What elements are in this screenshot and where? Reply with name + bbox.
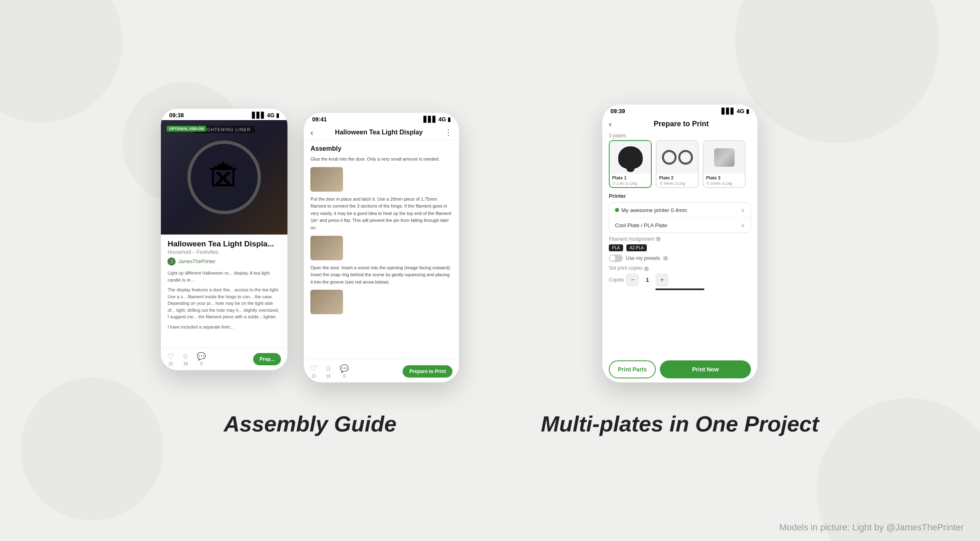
clock-frame: 🏚 [187,141,261,214]
back-arrow-icon-3[interactable]: ‹ [609,119,612,129]
time-3: 09:39 [610,108,625,114]
copies-sublabel: Copies [609,277,624,283]
print-parts-button[interactable]: Print Parts [609,360,656,378]
ring-2 [678,150,693,165]
use-presets-label: Use my presets [626,255,660,261]
plates-label: 3 plates [602,131,757,140]
status-bar-3: 09:39 ▋▋▋ 4G ▮ [602,105,757,116]
assembly-step1: Glue the knob into the door. Only a very… [310,156,452,163]
action-group: ♡ 21 ☆ 16 💬 0 [167,352,206,366]
printer-section-label: Printer [609,193,751,199]
filament-tags-row: PLA A2-PLA [609,244,751,251]
network-2: 4G [439,116,446,123]
star-icon: ☆ [182,352,189,361]
assembly-step2: Put the door in place and latch it. Use … [310,196,452,232]
plate-name-1: Plate 1 [612,175,648,180]
plate-card-3[interactable]: Plate 3 ⏱ 32min ⚖ 19g [703,140,746,188]
plate-card-1[interactable]: Plate 1 ⏱ 2.6h ⚖ 130g [609,140,652,188]
plate-thumbnail-3 [704,141,745,174]
back-arrow-icon[interactable]: ‹ [310,128,313,137]
home-indicator-3 [655,288,704,290]
heart-icon-2: ♡ [310,364,317,373]
status-icons-1: ▋▋▋ 4G ▮ [252,112,280,118]
copies-info-icon: ? [644,266,649,271]
printer-section: Printer My awesome printer 0.4mm ∨ [602,193,757,233]
sections-container: 09:38 ▋▋▋ 4G ▮ BRIGHTENING LINER [161,105,819,436]
product-image: BRIGHTENING LINER 🏚 OPTIONAL ADD-ON [161,120,287,235]
plate-type-item[interactable]: Cool Plate / PLA Plate ∨ [609,218,751,232]
author-row: J JamesThePrinter [167,257,281,266]
filament-section: Filament Assignment ? PLA A2-PLA Use my … [602,236,757,262]
product-description-2: The display features a door tha... acces… [167,286,281,320]
plate-thumbnail-2 [657,141,698,174]
printer-name-display: My awesome printer 0.4mm [615,207,687,213]
battery-icon-3: ▮ [746,108,749,114]
product-description: Light up different Halloween sc... displ… [167,270,281,283]
assembly-guide-section: 09:38 ▋▋▋ 4G ▮ BRIGHTENING LINER [161,109,459,436]
comment-icon-2: 💬 [340,364,349,373]
plate-thumbnail-1 [610,141,651,174]
battery-icon-1: ▮ [276,112,279,118]
comment-action-2[interactable]: 💬 0 [340,364,349,378]
signal-icon-3: ▋▋▋ [722,108,735,114]
time-1: 09:38 [169,112,184,118]
blob-decoration-br [817,398,980,541]
printer-dropdown: My awesome printer 0.4mm ∨ Cool Plate / … [609,202,751,233]
plate-time-3: ⏱ 32min [706,181,721,186]
image-placeholder-2 [310,236,343,260]
filament-tag-pla: PLA [609,244,623,251]
copies-decrease-button[interactable]: − [626,274,639,286]
status-bar-2: 09:41 ▋▋▋ 4G ▮ [304,113,459,124]
plate-stats-3: ⏱ 32min ⚖ 19g [706,181,742,186]
blob-decoration-tl [0,0,122,123]
phone2-header: ‹ Halloween Tea Light Display ⋮ [304,124,459,140]
info-icon: ? [656,237,661,241]
print-now-button[interactable]: Print Now [660,360,751,378]
like-action-2[interactable]: ♡ 21 [310,364,317,378]
page: 09:38 ▋▋▋ 4G ▮ BRIGHTENING LINER [0,0,980,541]
printer-select-item[interactable]: My awesome printer 0.4mm ∨ [609,203,751,218]
more-options-icon[interactable]: ⋮ [444,127,452,137]
multiplate-title: Multi-plates in One Project [541,411,819,436]
phones-row-2: 09:39 ▋▋▋ 4G ▮ ‹ Prepare to Print 3 plat… [602,105,757,382]
action-group-2: ♡ 21 ☆ 16 💬 0 [310,364,349,378]
prepare-to-print-button[interactable]: Prepare to Print [403,365,452,378]
product-description-3: I have included a separate liner... [167,324,281,331]
chevron-down-icon-2: ∨ [741,222,745,228]
avatar: J [167,257,176,266]
image-placeholder-1 [310,167,343,192]
comment-icon: 💬 [197,352,206,361]
phone3-title: Prepare to Print [612,120,751,128]
star-action[interactable]: ☆ 16 [182,352,189,366]
prepare-button-1[interactable]: Prep... [253,353,281,365]
plate-info-1: Plate 1 ⏱ 2.6h ⚖ 130g [610,174,651,187]
plate-card-2[interactable]: Plate 2 ⏱ 34min ⚖ 15g [656,140,699,188]
copies-row: Copies − 1 + [609,274,751,286]
star-icon-2: ☆ [325,364,332,373]
copies-increase-button[interactable]: + [656,274,668,286]
status-icons-2: ▋▋▋ 4G ▮ [423,116,451,123]
phone3-bottom-buttons: Print Parts Print Now [602,360,757,378]
copies-value: 1 [641,276,653,283]
phone-prepare-to-print: 09:39 ▋▋▋ 4G ▮ ‹ Prepare to Print 3 plat… [602,105,757,382]
plate-stats-2: ⏱ 34min ⚖ 15g [659,181,695,186]
like-action[interactable]: ♡ 21 [167,352,174,366]
star-action-2[interactable]: ☆ 16 [325,364,332,378]
plate-time-2: ⏱ 34min [659,181,674,186]
product-title: Halloween Tea Light Displa... [167,239,281,248]
presets-toggle[interactable] [609,255,623,262]
status-bar-1: 09:38 ▋▋▋ 4G ▮ [161,109,287,120]
comment-action[interactable]: 💬 0 [197,352,206,366]
star-count-2: 16 [326,374,331,378]
plate-shape-rings-icon [662,150,693,165]
halloween-silhouette-icon: 🏚 [208,161,241,194]
plate-type-text: Cool Plate / PLA Plate [615,222,667,228]
battery-icon-2: ▮ [448,116,451,123]
phone2-title: Halloween Tea Light Display [313,129,444,136]
chevron-down-icon: ∨ [741,207,745,213]
presets-info-icon: ? [663,256,668,261]
phone1-inner: 09:38 ▋▋▋ 4G ▮ BRIGHTENING LINER [161,109,287,338]
plate-shape-blob-icon [618,146,643,169]
signal-icon-2: ▋▋▋ [423,116,437,123]
ring-1 [662,150,677,165]
